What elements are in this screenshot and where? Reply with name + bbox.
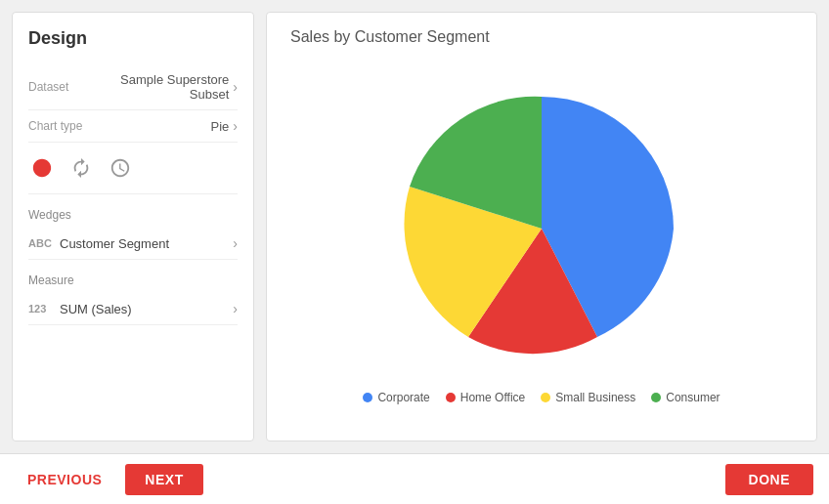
pie-chart-icon[interactable] (28, 154, 56, 182)
legend-dot-corporate (363, 393, 372, 402)
chart-title: Sales by Customer Segment (290, 28, 490, 46)
refresh-icon[interactable] (67, 154, 95, 182)
wedges-title: Wedges (28, 208, 238, 222)
design-panel: Design Dataset Sample Superstore Subset … (12, 12, 254, 441)
legend-dot-small-business (541, 393, 550, 402)
legend-dot-consumer (651, 393, 661, 402)
done-button[interactable]: DONE (725, 464, 813, 495)
footer-left-buttons: PREVIOUS NEXT (16, 464, 203, 495)
legend-item-small-business: Small Business (541, 391, 635, 404)
chart-panel: Sales by Customer Segment (266, 12, 817, 441)
chart-container: Corporate Home Office Small Business Con… (290, 62, 793, 425)
legend-label-small-business: Small Business (555, 391, 635, 404)
dataset-value: Sample Superstore Subset (97, 72, 229, 102)
wedges-chevron-icon: › (233, 235, 238, 251)
wedges-icon: ABC (28, 237, 60, 249)
legend-label-corporate: Corporate (377, 391, 429, 404)
legend-item-corporate: Corporate (363, 391, 429, 404)
footer: PREVIOUS NEXT DONE (0, 453, 829, 504)
chart-type-chevron-icon: › (233, 118, 238, 134)
chart-type-value: Pie (97, 119, 229, 134)
legend-item-home-office: Home Office (446, 391, 525, 404)
next-button[interactable]: NEXT (125, 464, 202, 495)
clock-icon[interactable] (107, 154, 134, 182)
wedges-field-name: Customer Segment (60, 236, 229, 251)
chart-type-icons (28, 143, 238, 194)
chart-legend: Corporate Home Office Small Business Con… (363, 391, 720, 404)
chart-type-label: Chart type (28, 119, 97, 133)
dataset-row[interactable]: Dataset Sample Superstore Subset › (28, 64, 238, 110)
measure-chevron-icon: › (233, 301, 238, 316)
measure-title: Measure (28, 273, 238, 287)
legend-label-consumer: Consumer (666, 391, 720, 404)
panel-title: Design (28, 28, 238, 49)
measure-field-row[interactable]: 123 SUM (Sales) › (28, 293, 238, 325)
wedges-field-row[interactable]: ABC Customer Segment › (28, 228, 238, 260)
legend-dot-home-office (446, 393, 456, 402)
chart-type-row[interactable]: Chart type Pie › (28, 110, 238, 143)
pie-chart (395, 82, 688, 375)
dataset-label: Dataset (28, 80, 97, 94)
previous-button[interactable]: PREVIOUS (16, 464, 113, 495)
legend-label-home-office: Home Office (460, 391, 525, 404)
measure-icon: 123 (28, 303, 60, 315)
measure-field-name: SUM (Sales) (60, 302, 229, 316)
dataset-chevron-icon: › (233, 79, 238, 95)
legend-item-consumer: Consumer (651, 391, 720, 404)
